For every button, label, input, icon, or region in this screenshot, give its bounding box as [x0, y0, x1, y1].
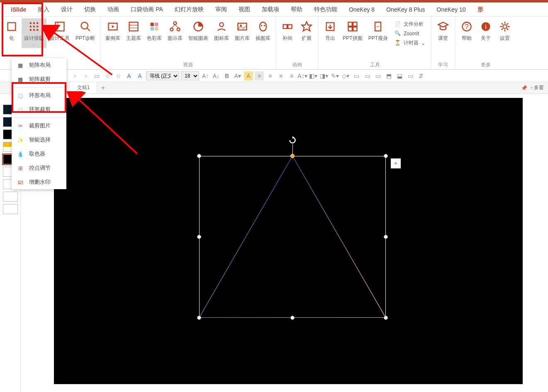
tab-addins[interactable]: 加载项: [256, 2, 285, 16]
rotate-handle[interactable]: [288, 136, 297, 144]
dd-matrix-layout[interactable]: ▦矩阵布局: [12, 58, 66, 72]
handle-tr[interactable]: [384, 154, 388, 158]
handle-ml[interactable]: [197, 235, 201, 239]
tab-onekey10[interactable]: OneKey 10: [431, 2, 472, 16]
selected-shape[interactable]: +: [199, 156, 386, 318]
tb-btn-5[interactable]: ☆: [114, 71, 123, 80]
svg-line-26: [172, 24, 175, 28]
tb-group1[interactable]: ⬒: [384, 71, 393, 80]
handle-br[interactable]: [384, 316, 388, 320]
tab-pocket-anim[interactable]: 口袋动画 PA: [125, 2, 169, 16]
btn-design-tools[interactable]: 设计工具: [47, 18, 72, 44]
svg-marker-50: [199, 156, 386, 318]
btn-ppt-merge[interactable]: PPT拼图: [340, 18, 365, 44]
tb-align-center[interactable]: ≡: [265, 71, 275, 80]
handle-bm[interactable]: [290, 316, 295, 320]
handle-tl[interactable]: [197, 154, 201, 158]
tb-btn-2[interactable]: ▫: [81, 71, 90, 80]
btn-class[interactable]: 课堂: [434, 18, 452, 44]
tb-btn-4[interactable]: ☆: [103, 71, 112, 80]
btn-ppt-slim[interactable]: PPT瘦身: [366, 18, 390, 44]
multi-window[interactable]: ▫ 多窗: [531, 84, 544, 91]
dd-ring-crop[interactable]: ◌环形裁剪: [12, 102, 66, 117]
tb-line-spacing[interactable]: A↕▾: [298, 71, 307, 80]
tb-bold[interactable]: B: [222, 71, 231, 80]
slide-canvas[interactable]: +: [54, 98, 523, 384]
tab-animation[interactable]: 动画: [102, 2, 125, 16]
tab-features[interactable]: 特色功能: [308, 2, 343, 16]
pin-icon[interactable]: 📌: [521, 85, 527, 91]
tb-btn-3[interactable]: ▭: [92, 71, 101, 80]
size-select[interactable]: 18: [181, 71, 199, 80]
handle-tm[interactable]: [290, 154, 295, 158]
btn-ppt-diagnose[interactable]: PPT诊断: [73, 18, 97, 44]
tab-insert[interactable]: 插入: [32, 2, 55, 16]
btn-case-lib[interactable]: 案例库: [103, 18, 123, 44]
dd-crop-image[interactable]: ✂裁剪图片: [12, 119, 66, 133]
tab-review[interactable]: 审阅: [209, 2, 233, 16]
tb-increase-font[interactable]: A↑: [201, 71, 210, 80]
tb-group4[interactable]: ⇵: [416, 71, 426, 80]
dd-matrix-crop[interactable]: ▦矩阵裁剪: [12, 72, 66, 86]
tab-slideshow[interactable]: 幻灯片放映: [169, 2, 209, 16]
tb-align-left[interactable]: ≡: [255, 71, 264, 80]
tb-btn-1[interactable]: ▫: [71, 71, 80, 80]
tb-outline[interactable]: ◨▾: [319, 71, 329, 80]
btn-tween[interactable]: 补间: [278, 18, 297, 44]
dd-watermark[interactable]: 🖃增删水印: [12, 175, 66, 189]
btn-illustration-lib[interactable]: 插图库: [253, 18, 273, 44]
handle-mr[interactable]: [384, 235, 388, 239]
handle-bl[interactable]: [197, 316, 201, 320]
dd-smart-select[interactable]: ✨智能选择: [12, 133, 66, 147]
tb-shape2[interactable]: ▭: [352, 71, 361, 80]
doc-tab-1[interactable]: 文稿1: [71, 82, 97, 93]
tb-group2[interactable]: ⬓: [395, 71, 404, 80]
tab-design[interactable]: 设计: [55, 2, 78, 16]
tb-btn-7[interactable]: A: [135, 71, 144, 80]
shape-plus[interactable]: +: [391, 158, 401, 168]
tb-decrease-font[interactable]: A↓: [212, 71, 221, 80]
btn-theme-lib[interactable]: 主题库: [124, 18, 144, 44]
btn-smart-chart[interactable]: 智能图表: [186, 18, 211, 44]
doc-add[interactable]: +: [97, 84, 109, 92]
btn-extend[interactable]: 扩展: [297, 18, 316, 44]
btn-export[interactable]: 导出: [321, 18, 339, 44]
btn-design-layout[interactable]: 设计排版 ⌄: [22, 18, 46, 48]
btn-icon-lib[interactable]: 图标库: [212, 18, 231, 44]
tb-align-justify[interactable]: ≡: [287, 71, 296, 80]
tb-group3[interactable]: ▭: [406, 71, 415, 80]
btn-diagram-lib[interactable]: 图示库: [165, 18, 185, 44]
tab-shape[interactable]: 形: [472, 2, 489, 16]
tb-pen[interactable]: ✎▾: [330, 71, 339, 80]
font-select[interactable]: 等线 (正文: [146, 71, 179, 80]
dd-ring-layout[interactable]: ◌环形布局: [12, 88, 66, 102]
btn-image-lib[interactable]: 图片库: [232, 18, 252, 44]
tb-highlight[interactable]: A: [244, 71, 253, 80]
tb-align-right[interactable]: ≡: [276, 71, 285, 80]
tab-onekey8[interactable]: OneKey 8: [343, 2, 380, 16]
svg-rect-22: [155, 27, 158, 30]
tab-view[interactable]: 视图: [233, 2, 256, 16]
btn-color-lib[interactable]: 色彩库: [144, 18, 164, 44]
dd-control-point[interactable]: ⊞控点调节: [12, 161, 66, 175]
tb-fontcolor[interactable]: A▾: [233, 71, 242, 80]
btn-settings[interactable]: 设置: [496, 18, 514, 44]
thumb-9[interactable]: [3, 204, 18, 214]
tb-fill[interactable]: ◧▾: [309, 71, 318, 80]
btn-zoomit[interactable]: 🔍ZoomIt: [391, 29, 429, 38]
btn-about[interactable]: i关于: [477, 18, 495, 44]
tb-shape1[interactable]: ◇▾: [341, 71, 350, 80]
btn-help[interactable]: ?帮助: [458, 18, 476, 44]
btn-timer[interactable]: ⏳计时器 ⌄: [391, 39, 429, 47]
tab-islide[interactable]: iSlide: [5, 2, 32, 16]
tb-shape3[interactable]: ▭: [363, 71, 372, 80]
tab-help[interactable]: 帮助: [285, 2, 308, 16]
tb-shape4[interactable]: ▭: [373, 71, 382, 80]
tab-transition[interactable]: 切换: [78, 2, 102, 16]
btn-file-analyze[interactable]: 📄文件分析: [391, 20, 429, 29]
thumb-8[interactable]: [3, 192, 18, 202]
tb-btn-6[interactable]: A: [124, 71, 134, 80]
btn-optimize[interactable]: 化: [2, 18, 21, 44]
dd-color-picker[interactable]: 💧取色器: [12, 147, 66, 161]
tab-onekey8plus[interactable]: OneKey 8 Plus: [380, 2, 431, 16]
